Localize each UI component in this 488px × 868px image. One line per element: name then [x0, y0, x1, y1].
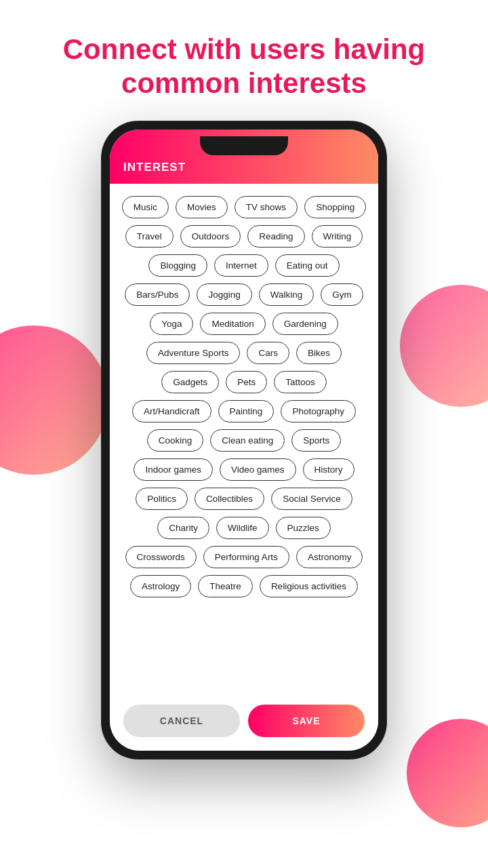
interest-tag[interactable]: Shopping — [304, 196, 366, 218]
interest-tag[interactable]: Clean eating — [210, 429, 285, 452]
interest-tag[interactable]: Outdoors — [180, 225, 241, 248]
interest-tag[interactable]: Gardening — [272, 313, 338, 335]
interest-tag[interactable]: Charity — [157, 517, 209, 539]
interest-tag[interactable]: Art/Handicraft — [132, 400, 211, 422]
interest-tag[interactable]: Adventure Sports — [146, 342, 240, 364]
interest-tag[interactable]: Walking — [259, 283, 314, 306]
interest-tag[interactable]: Wildlife — [216, 517, 269, 539]
interest-tag[interactable]: Theatre — [198, 575, 253, 597]
app-content[interactable]: MusicMoviesTV showsShoppingTravelOutdoor… — [110, 184, 378, 695]
interest-tag[interactable]: Religious activities — [260, 575, 358, 597]
page-header: Connect with users having common interes… — [0, 0, 488, 121]
interest-tag[interactable]: Blogging — [148, 254, 207, 277]
interest-tag[interactable]: Astronomy — [296, 546, 363, 568]
interest-tag[interactable]: Painting — [218, 400, 274, 422]
interest-tag[interactable]: Gadgets — [161, 371, 219, 393]
phone-device: INTEREST MusicMoviesTV showsShoppingTrav… — [102, 121, 386, 759]
interest-tag[interactable]: Jogging — [197, 283, 251, 306]
interest-tag[interactable]: Performing Arts — [203, 546, 289, 568]
interest-tag[interactable]: Puzzles — [276, 517, 331, 539]
tags-container: MusicMoviesTV showsShoppingTravelOutdoor… — [121, 196, 367, 597]
interest-tag[interactable]: Meditation — [200, 313, 265, 335]
interest-tag[interactable]: TV shows — [235, 196, 298, 218]
interest-tag[interactable]: Yoga — [150, 313, 193, 335]
phone-wrapper: INTEREST MusicMoviesTV showsShoppingTrav… — [0, 121, 488, 759]
interest-tag[interactable]: Photography — [281, 400, 356, 422]
interest-tag[interactable]: Reading — [247, 225, 304, 248]
interest-tag[interactable]: Eating out — [275, 254, 340, 277]
interest-tag[interactable]: Bars/Pubs — [125, 283, 190, 306]
interest-tag[interactable]: Cars — [247, 342, 289, 364]
interest-tag[interactable]: Sports — [291, 429, 341, 452]
cancel-button[interactable]: CANCEL — [123, 705, 240, 737]
interest-tag[interactable]: History — [303, 458, 354, 481]
interest-tag[interactable]: Gym — [321, 283, 363, 306]
interest-tag[interactable]: Collectibles — [195, 488, 264, 510]
interest-tag[interactable]: Video games — [220, 458, 296, 481]
interest-tag[interactable]: Indoor games — [134, 458, 213, 481]
interest-tag[interactable]: Crosswords — [125, 546, 197, 568]
phone-screen: INTEREST MusicMoviesTV showsShoppingTrav… — [110, 130, 378, 751]
interest-tag[interactable]: Travel — [125, 225, 174, 248]
app-footer: CANCEL SAVE — [110, 695, 378, 751]
interest-tag[interactable]: Social Service — [271, 488, 352, 510]
phone-notch — [200, 136, 288, 155]
interest-tag[interactable]: Astrology — [130, 575, 191, 597]
interest-tag[interactable]: Tattoos — [274, 371, 327, 393]
save-button[interactable]: SAVE — [248, 705, 365, 737]
app-title: INTEREST — [123, 161, 365, 174]
interest-tag[interactable]: Internet — [214, 254, 268, 277]
interest-tag[interactable]: Music — [122, 196, 169, 218]
interest-tag[interactable]: Cooking — [147, 429, 204, 452]
interest-tag[interactable]: Bikes — [296, 342, 342, 364]
interest-tag[interactable]: Movies — [176, 196, 228, 218]
interest-tag[interactable]: Politics — [136, 488, 188, 510]
interest-tag[interactable]: Writing — [312, 225, 363, 248]
interest-tag[interactable]: Pets — [226, 371, 267, 393]
